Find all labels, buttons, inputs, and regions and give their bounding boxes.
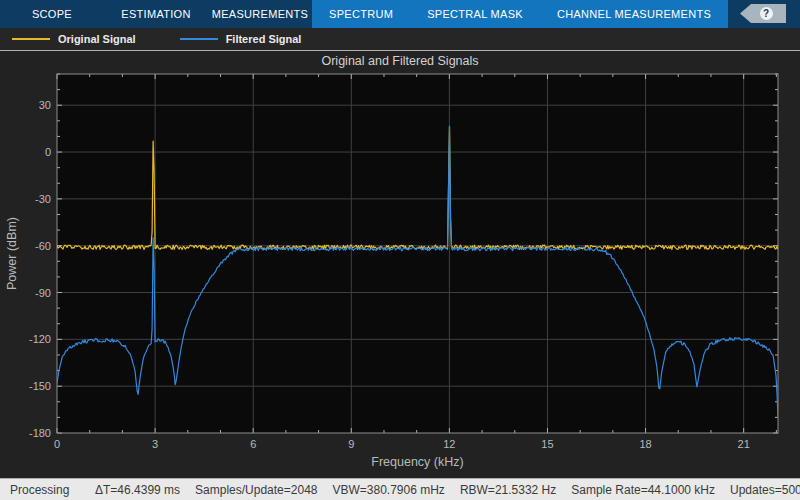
legend-item-original-signal[interactable]: Original Signal xyxy=(12,33,136,45)
svg-text:9: 9 xyxy=(348,438,354,450)
svg-text:0: 0 xyxy=(45,146,51,158)
status-updates: Updates=500 xyxy=(730,483,800,497)
tab-estimation[interactable]: ESTIMATION xyxy=(104,0,208,28)
figure-area: Original and Filtered Signals 0369121518… xyxy=(0,51,800,478)
help-icon: ? xyxy=(760,7,773,20)
svg-text:-90: -90 xyxy=(35,287,51,299)
spectrum-analyzer-window: SCOPE ESTIMATION MEASUREMENTS SPECTRUM S… xyxy=(0,0,800,500)
toolstrip: SCOPE ESTIMATION MEASUREMENTS SPECTRUM S… xyxy=(0,0,800,28)
status-rbw: RBW=21.5332 Hz xyxy=(460,483,556,497)
toolbar-spacer xyxy=(728,0,740,28)
tab-scope[interactable]: SCOPE xyxy=(0,0,104,28)
status-samples-per-update: Samples/Update=2048 xyxy=(195,483,317,497)
svg-text:Frequency (kHz): Frequency (kHz) xyxy=(371,455,463,469)
legend-label: Filtered Signal xyxy=(226,33,302,45)
original-signal-line-swatch xyxy=(12,38,50,41)
svg-text:15: 15 xyxy=(541,438,553,450)
tab-spectral-mask[interactable]: SPECTRAL MASK xyxy=(410,0,540,28)
status-state: Processing xyxy=(0,483,95,497)
status-delta-t: ΔT=46.4399 ms xyxy=(95,483,180,497)
svg-text:0: 0 xyxy=(54,438,60,450)
status-bar: Processing ΔT=46.4399 ms Samples/Update=… xyxy=(0,478,800,500)
filtered-signal-line-swatch xyxy=(180,38,218,41)
tab-measurements[interactable]: MEASUREMENTS xyxy=(208,0,312,28)
status-vbw: VBW=380.7906 mHz xyxy=(332,483,444,497)
legend: Original Signal Filtered Signal xyxy=(0,28,800,51)
svg-text:12: 12 xyxy=(443,438,455,450)
tab-spectrum[interactable]: SPECTRUM xyxy=(312,0,410,28)
tabgroup-main: SCOPE ESTIMATION MEASUREMENTS xyxy=(0,0,312,28)
svg-text:-180: -180 xyxy=(29,427,51,439)
tabgroup-spectrum-analyzer: SPECTRUM SPECTRAL MASK CHANNEL MEASUREME… xyxy=(312,0,728,28)
svg-text:30: 30 xyxy=(39,99,51,111)
svg-text:6: 6 xyxy=(250,438,256,450)
help-button[interactable]: ? xyxy=(740,4,786,23)
svg-text:-30: -30 xyxy=(35,193,51,205)
svg-text:-60: -60 xyxy=(35,240,51,252)
spectrum-plot[interactable]: 036912151821300-30-60-90-120-150-180Freq… xyxy=(0,51,800,478)
legend-label: Original Signal xyxy=(58,33,136,45)
svg-text:-150: -150 xyxy=(29,380,51,392)
svg-text:18: 18 xyxy=(639,438,651,450)
svg-text:21: 21 xyxy=(738,438,750,450)
svg-text:-120: -120 xyxy=(29,333,51,345)
svg-text:Power (dBm): Power (dBm) xyxy=(5,217,19,290)
status-sample-rate: Sample Rate=44.1000 kHz xyxy=(571,483,715,497)
tab-channel-measurements[interactable]: CHANNEL MEASUREMENTS xyxy=(540,0,728,28)
svg-text:3: 3 xyxy=(152,438,158,450)
legend-item-filtered-signal[interactable]: Filtered Signal xyxy=(180,33,302,45)
